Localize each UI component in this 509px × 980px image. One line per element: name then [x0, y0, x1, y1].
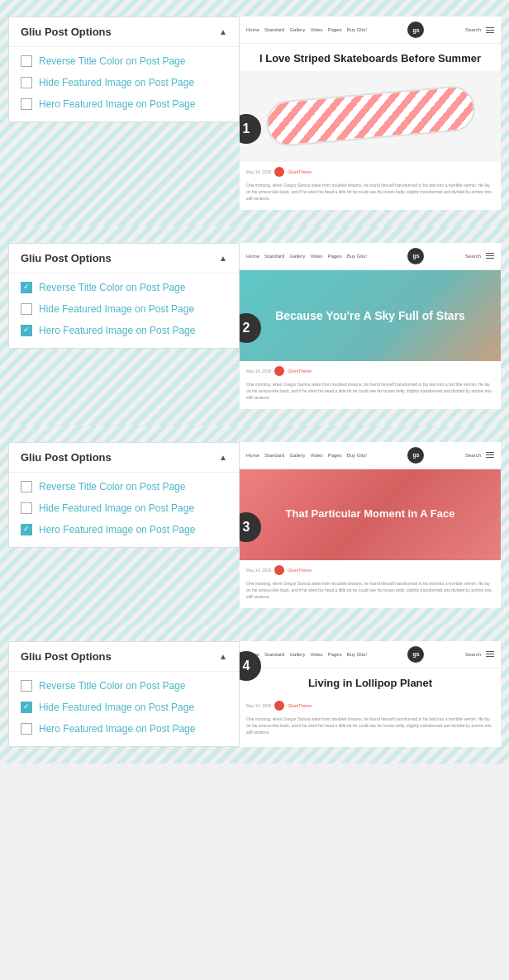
nav-buy-1[interactable]: Buy Gliu! — [347, 27, 367, 32]
nav-buy-2[interactable]: Buy Gliu! — [347, 254, 367, 259]
nav-pages-4[interactable]: Pages — [328, 652, 342, 657]
section-2: Gliu Post Options ▲ Reverse Title Color … — [0, 226, 509, 426]
mockup-nav-1: Home Standard Gallery Video Pages Buy Gl… — [246, 27, 367, 32]
panel-arrow-1[interactable]: ▲ — [219, 27, 227, 36]
mockup-skateboard-image — [240, 71, 501, 162]
panel-title-2: Gliu Post Options — [21, 252, 112, 264]
nav-home-2[interactable]: Home — [246, 254, 259, 259]
mockup-body-4: One morning, when Gregor Samsa woke from… — [240, 712, 501, 744]
mockup-site-4: Home Standard Gallery Video Pages Buy Gl… — [240, 641, 501, 744]
nav-standard-4[interactable]: Standard — [264, 652, 284, 657]
mockup-date-4: May 14, 2016 — [246, 703, 271, 708]
option-item-2-0[interactable]: Reverse Title Color on Post Page — [21, 282, 227, 293]
option-label-2-0: Reverse Title Color on Post Page — [39, 282, 185, 293]
mockup-hamburger-1[interactable] — [486, 27, 494, 33]
option-item-1-2[interactable]: Hero Featured Image on Post Page — [21, 98, 227, 110]
panel-arrow-3[interactable]: ▲ — [219, 453, 227, 462]
nav-video-2[interactable]: Video — [310, 254, 322, 259]
mockup-search-2[interactable]: Search — [465, 254, 481, 259]
mockup-author-3: GliumTheme — [288, 568, 312, 573]
nav-video-1[interactable]: Video — [310, 27, 322, 32]
mockup-author-1: GliumTheme — [288, 169, 312, 174]
nav-standard-2[interactable]: Standard — [264, 254, 284, 259]
checkbox-4-0[interactable] — [21, 680, 32, 692]
checkbox-1-1[interactable] — [21, 77, 32, 88]
option-item-4-1[interactable]: Hide Featured Image on Post Page — [21, 702, 227, 713]
checkbox-3-1[interactable] — [21, 502, 32, 514]
mockup-nav-3: Home Standard Gallery Video Pages Buy Gl… — [246, 453, 367, 458]
preview-panel-4: Home Standard Gallery Video Pages Buy Gl… — [240, 641, 501, 747]
panel-title-3: Gliu Post Options — [21, 451, 112, 464]
option-label-1-2: Hero Featured Image on Post Page — [39, 98, 195, 110]
section-container-1: Gliu Post Options ▲ Reverse Title Color … — [0, 0, 509, 226]
option-label-4-1: Hide Featured Image on Post Page — [39, 702, 194, 713]
checkbox-4-1[interactable] — [21, 702, 32, 713]
panel-arrow-2[interactable]: ▲ — [219, 254, 227, 263]
checkbox-4-2[interactable] — [21, 723, 32, 735]
nav-pages-2[interactable]: Pages — [328, 254, 342, 259]
option-item-2-2[interactable]: Hero Featured Image on Post Page — [21, 325, 227, 336]
mockup-header-2: Home Standard Gallery Video Pages Buy Gl… — [240, 243, 501, 270]
mockup-site-3: Home Standard Gallery Video Pages Buy Gl… — [240, 442, 501, 608]
option-item-3-0[interactable]: Reverse Title Color on Post Page — [21, 481, 227, 492]
option-item-4-0[interactable]: Reverse Title Color on Post Page — [21, 680, 227, 692]
nav-video-4[interactable]: Video — [310, 652, 322, 657]
option-item-4-2[interactable]: Hero Featured Image on Post Page — [21, 723, 227, 735]
nav-home-1[interactable]: Home — [246, 27, 259, 32]
option-label-3-1: Hide Featured Image on Post Page — [39, 502, 194, 514]
checkbox-3-2[interactable] — [21, 524, 32, 535]
mockup-nav-4: Home Standard Gallery Video Pages Buy Gl… — [246, 652, 367, 657]
mockup-avatar-3 — [274, 565, 284, 575]
nav-standard-3[interactable]: Standard — [264, 453, 284, 458]
panel-title-1: Gliu Post Options — [21, 26, 112, 38]
option-item-2-1[interactable]: Hide Featured Image on Post Page — [21, 303, 227, 315]
option-item-3-1[interactable]: Hide Featured Image on Post Page — [21, 502, 227, 514]
mockup-hamburger-2[interactable] — [486, 253, 494, 259]
nav-gallery-2[interactable]: Gallery — [289, 254, 305, 259]
mockup-search-4[interactable]: Search — [465, 652, 481, 657]
nav-gallery-1[interactable]: Gallery — [289, 27, 305, 32]
checkbox-2-1[interactable] — [21, 303, 32, 315]
option-label-4-2: Hero Featured Image on Post Page — [39, 723, 195, 735]
option-label-2-1: Hide Featured Image on Post Page — [39, 303, 194, 315]
nav-home-3[interactable]: Home — [246, 453, 259, 458]
mockup-logo-3: gs — [407, 447, 424, 464]
options-panel-4: Gliu Post Options ▲ Reverse Title Color … — [8, 641, 240, 747]
panel-header-1: Gliu Post Options ▲ — [9, 17, 239, 47]
mockup-hero-title-1: I Love Striped Skateboards Before Summer — [240, 44, 501, 71]
nav-standard-1[interactable]: Standard — [264, 27, 284, 32]
nav-buy-3[interactable]: Buy Gliu! — [347, 453, 367, 458]
checkbox-2-0[interactable] — [21, 282, 32, 293]
mockup-author-2: GliumTheme — [288, 369, 312, 373]
mockup-meta-2: May 14, 2016 GliumTheme — [240, 361, 501, 378]
checkbox-3-0[interactable] — [21, 481, 32, 492]
nav-gallery-4[interactable]: Gallery — [289, 652, 305, 657]
option-item-1-0[interactable]: Reverse Title Color on Post Page — [21, 55, 227, 67]
checkbox-1-0[interactable] — [21, 55, 32, 67]
checkbox-2-2[interactable] — [21, 325, 32, 336]
panel-header-2: Gliu Post Options ▲ — [9, 244, 239, 274]
checkbox-1-2[interactable] — [21, 98, 32, 110]
option-item-1-1[interactable]: Hide Featured Image on Post Page — [21, 77, 227, 88]
nav-gallery-3[interactable]: Gallery — [289, 453, 305, 458]
nav-pages-1[interactable]: Pages — [328, 27, 342, 32]
option-item-3-2[interactable]: Hero Featured Image on Post Page — [21, 524, 227, 535]
mockup-search-3[interactable]: Search — [465, 453, 481, 458]
nav-video-3[interactable]: Video — [310, 453, 322, 458]
nav-pages-3[interactable]: Pages — [328, 453, 342, 458]
mockup-hamburger-4[interactable] — [486, 651, 494, 657]
section-container-2: Gliu Post Options ▲ Reverse Title Color … — [0, 226, 509, 426]
mockup-teal-hero-text: Because You're A Sky Full of Stars — [267, 308, 473, 323]
mockup-meta-4: May 14, 2016 GliumTheme — [240, 696, 501, 712]
mockup-search-1[interactable]: Search — [465, 27, 481, 32]
mockup-date-3: May 14, 2016 — [246, 568, 271, 573]
mockup-logo-2: gs — [407, 248, 424, 264]
mockup-logo-1: gs — [407, 21, 424, 38]
skateboard-stripes — [266, 87, 474, 146]
panel-arrow-4[interactable]: ▲ — [219, 652, 227, 661]
nav-buy-4[interactable]: Buy Gliu! — [347, 652, 367, 657]
mockup-teal-hero: Because You're A Sky Full of Stars — [240, 270, 501, 361]
mockup-hamburger-3[interactable] — [486, 452, 494, 458]
mockup-header-4: Home Standard Gallery Video Pages Buy Gl… — [240, 641, 501, 668]
panel-title-4: Gliu Post Options — [21, 650, 112, 663]
